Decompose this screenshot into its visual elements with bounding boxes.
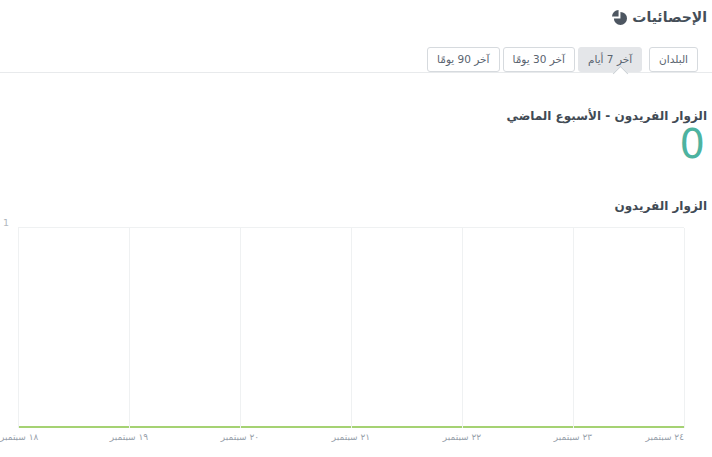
x-axis-labels: ١٨ سبتمبر١٩ سبتمبر٢٠ سبتمبر٢١ سبتمبر٢٢ س… xyxy=(18,432,684,446)
gridline xyxy=(573,228,574,428)
chart-title: الزوار الفريدون xyxy=(614,199,707,213)
x-axis-label: ٢٣ سبتمبر xyxy=(554,432,592,442)
gridline xyxy=(129,228,130,428)
pie-chart-icon xyxy=(612,10,627,25)
x-axis-label: ٢١ سبتمبر xyxy=(332,432,370,442)
statistics-page: الإحصائيات البلدان آخر 7 أيام آخر 30 يوم… xyxy=(0,0,712,457)
page-header: الإحصائيات xyxy=(612,9,707,25)
tab-last-90-days[interactable]: آخر 90 يومًا xyxy=(427,47,499,72)
tab-last-7-days[interactable]: آخر 7 أيام xyxy=(578,47,642,72)
gridline xyxy=(684,228,685,428)
gridline xyxy=(351,228,352,428)
x-axis-label: ١٩ سبتمبر xyxy=(110,432,148,442)
gridline xyxy=(240,228,241,428)
tab-last-30-days[interactable]: آخر 30 يومًا xyxy=(503,47,575,72)
time-filter-tabs: البلدان آخر 7 أيام آخر 30 يومًا آخر 90 ي… xyxy=(427,47,698,72)
gridline xyxy=(462,228,463,428)
x-axis-label: ٢٢ سبتمبر xyxy=(443,432,481,442)
tab-countries[interactable]: البلدان xyxy=(649,47,698,72)
x-axis-label: ٢٠ سبتمبر xyxy=(221,432,259,442)
section-divider xyxy=(0,72,712,73)
page-title: الإحصائيات xyxy=(632,9,707,25)
summary-value: 0 xyxy=(680,124,705,164)
y-axis-max-label: 1 xyxy=(3,217,9,228)
x-axis-label: ١٨ سبتمبر xyxy=(0,432,38,442)
gridline xyxy=(18,228,19,428)
chart-plot: 1 xyxy=(18,227,684,428)
x-axis-label: ٢٤ سبتمبر xyxy=(646,432,684,442)
summary-title: الزوار الفريدون - الأسبوع الماضي xyxy=(507,109,708,123)
